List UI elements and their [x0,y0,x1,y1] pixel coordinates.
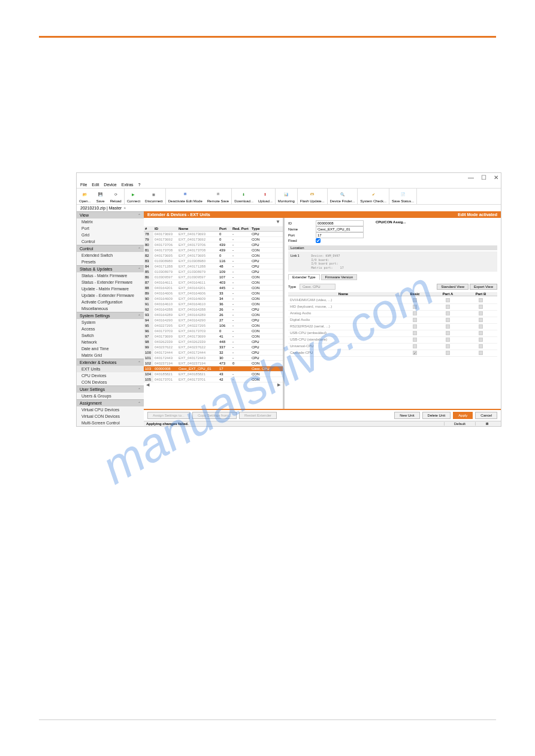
document-tab[interactable]: 20210210.zip | Master × [80,206,126,210]
table-row[interactable]: 83010308980EXT_010308980116-CPU [144,259,283,264]
download-button[interactable]: ⬇Download... [232,189,256,204]
sidebar-item-ext-units[interactable]: EXT Units [77,366,144,372]
sidebar-item-multi-screen-control[interactable]: Multi-Screen Control [77,420,144,426]
port-field[interactable] [316,232,364,238]
menu-help[interactable]: ? [138,183,141,187]
table-row[interactable]: 96040173703EXT_0401737030-CON [144,329,283,334]
feature-parta-checkbox[interactable] [446,344,450,348]
close-icon[interactable]: ✕ [494,174,498,181]
connect-button[interactable]: ▶Connect [125,189,143,204]
table-row[interactable]: 94040164290EXT_04016429027-CPU [144,318,283,323]
sidebar-item-status-matrix-firmware[interactable]: Status - Matrix Firmware [77,272,144,279]
table-row[interactable]: 93040164289EXT_04016428926-CON [144,312,283,318]
sidebar-item-update-matrix-firmware[interactable]: Update - Matrix Firmware [77,286,144,292]
sidebar-section-system-settings[interactable]: System Settings⌃ [77,312,144,319]
sidebar-section-extender-devices[interactable]: Extender & Devices⌃ [77,359,144,366]
id-field[interactable] [316,220,364,226]
feature-parta-checkbox[interactable] [446,311,450,315]
feature-basic-checkbox[interactable] [413,311,417,315]
sidebar-section-view[interactable]: View⌃ [77,211,144,218]
feature-basic-checkbox[interactable] [413,331,417,335]
feature-partb-checkbox[interactable] [479,338,483,342]
table-row[interactable]: 78040173693EXT_0401736930-CPU [144,232,283,237]
table-row[interactable]: 97040173699EXT_04017369941-CON [144,334,283,339]
upload-button[interactable]: ⬆Upload... [256,189,275,204]
finder-button[interactable]: 🔍Device Finder... [328,189,358,204]
menu-extras[interactable]: Extras [122,183,134,187]
tab-close-icon[interactable]: × [123,206,126,210]
sidebar-item-presets[interactable]: Presets [77,259,144,265]
sidebar-item-cpu-devices[interactable]: CPU Devices [77,372,144,379]
table-row[interactable]: 79040173692EXT_0401736920-CON [144,237,283,242]
filter-icon[interactable]: ▼ [276,219,282,225]
sidebar-item-matrix[interactable]: Matrix [77,218,144,225]
edit-button[interactable]: 🖥Deactivate Edit Mode [166,189,205,204]
table-row[interactable]: 81040173708EXT_040173708439-CON [144,248,283,253]
copy-settings-button[interactable]: Copy Settings from... [192,412,237,419]
sidebar-item-port[interactable]: Port [77,225,144,232]
check-button[interactable]: ✔System Check... [358,189,389,204]
table-row[interactable]: 92040164288EXT_04016428826-CPU [144,307,283,312]
feature-parta-checkbox[interactable] [446,305,450,309]
type-dropdown[interactable]: Casc. CPU [300,284,335,290]
table-row[interactable]: 88040164201EXT_040164201445-CON [144,286,283,291]
feature-basic-checkbox[interactable] [413,298,417,302]
table-row[interactable]: 87040164611EXT_040164611403-CON [144,280,283,286]
sidebar-item-virtual-con-devices[interactable]: Virtual CON Devices [77,413,144,420]
feature-partb-checkbox[interactable] [479,298,483,302]
table-row[interactable]: 84040171288EXT_04017128848-CPU [144,264,283,269]
sidebar-item-switch[interactable]: Switch [77,332,144,339]
feature-basic-checkbox[interactable] [413,324,417,329]
sidebar-item-date-and-time[interactable]: Date and Time [77,345,144,352]
sidebar-item-matrix-grid[interactable]: Matrix Grid [77,352,144,359]
feature-partb-checkbox[interactable] [479,351,483,355]
maximize-icon[interactable]: ☐ [481,174,486,181]
apply-button[interactable]: Apply [453,412,473,419]
feature-basic-checkbox[interactable] [413,344,417,348]
sidebar-item-grid[interactable]: Grid [77,232,144,238]
feature-parta-checkbox[interactable] [446,318,450,322]
feature-partb-checkbox[interactable] [479,331,483,335]
sidebar-item-virtual-cpu-devices[interactable]: Virtual CPU Devices [77,406,144,413]
table-row[interactable]: 105040173701EXT_04017370142-CON [144,377,283,382]
tab-extender-type[interactable]: Extender Type [288,274,320,280]
sidebar-section-user-settings[interactable]: User Settings⌃ [77,385,144,393]
table-row[interactable]: 82040173695EXT_0401736950-CON [144,253,283,259]
reload-button[interactable]: ⟳Reload [108,189,124,204]
sidebar-item-extended-switch[interactable]: Extended Switch [77,252,144,259]
minimize-icon[interactable]: — [468,174,474,181]
sidebar-item-status-extender-firmware[interactable]: Status - Extender Firmware [77,279,144,286]
sidebar-section-assignment[interactable]: Assignment⌃ [77,399,144,406]
standard-view-button[interactable]: Standard View [437,284,468,290]
open-button[interactable]: 📂Open... [77,189,93,204]
cancel-button[interactable]: Cancel [475,412,497,419]
save-button[interactable]: 💾Save [93,189,108,204]
feature-parta-checkbox[interactable] [446,298,450,302]
table-row[interactable]: 80040173706EXT_040173706439-CPU [144,242,283,248]
sidebar-item-update-extender-firmware[interactable]: Update - Extender Firmware [77,292,144,299]
feature-partb-checkbox[interactable] [479,305,483,309]
menu-file[interactable]: File [80,183,87,187]
feature-parta-checkbox[interactable] [446,331,450,335]
col-name-header[interactable]: Name [177,226,218,231]
menu-device[interactable]: Device [104,183,116,187]
feature-parta-checkbox[interactable] [446,338,450,342]
new-unit-button[interactable]: New Unit [394,412,419,419]
remote-save-button[interactable]: 🖥Remote Save [205,189,231,204]
tab-firmware-version[interactable]: Firmware Version [321,274,358,280]
sidebar-item-activate-configuration[interactable]: Activate Configuration [77,299,144,305]
monitor-button[interactable]: 📊Monitoring [276,189,297,204]
table-row[interactable]: 91040164610EXT_04016461036-CON [144,302,283,307]
col-port-header[interactable]: Port [218,226,231,231]
delete-unit-button[interactable]: Delete Unit [422,412,451,419]
col-red-header[interactable]: Red. Port [231,226,250,231]
feature-basic-checkbox[interactable] [413,318,417,322]
table-row[interactable]: 102040237194EXT_0402371944730CON [144,361,283,366]
sidebar-item-con-devices[interactable]: CON Devices [77,379,144,385]
flash-button[interactable]: 🗃Flash Update... [298,189,327,204]
table-row[interactable]: 86010309597EXT_010309597107-CON [144,275,283,280]
feature-parta-checkbox[interactable] [446,324,450,329]
sidebar-item-access[interactable]: Access [77,326,144,332]
status-button[interactable]: 📄Save Status... [389,189,416,204]
sidebar-section-status-updates[interactable]: Status & Updates⌃ [77,265,144,272]
